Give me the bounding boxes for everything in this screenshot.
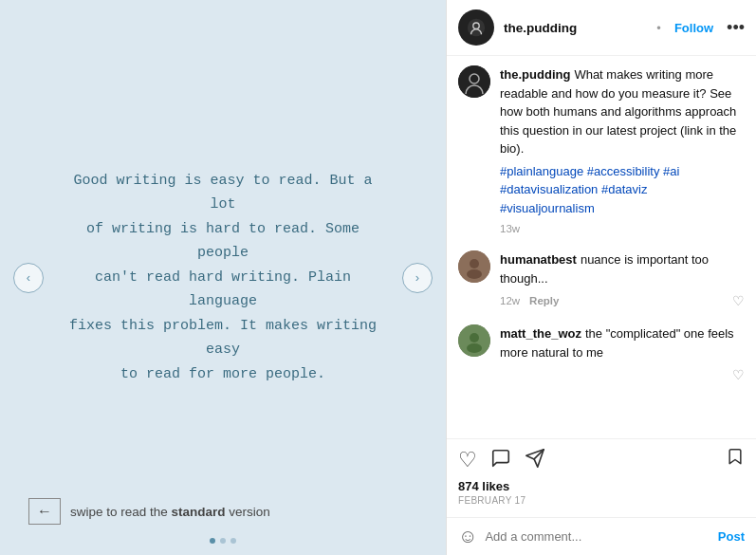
- comment1-avatar: [458, 250, 490, 283]
- instagram-header: the.pudding • Follow •••: [447, 0, 756, 56]
- follow-button[interactable]: Follow: [674, 21, 713, 35]
- swipe-text: swipe to read the standard version: [70, 505, 270, 519]
- comment2-username[interactable]: matt_the_woz: [500, 326, 581, 341]
- dot-1: [210, 538, 215, 544]
- comment1-heart-btn[interactable]: ♡: [732, 291, 745, 311]
- profile-avatar: [458, 9, 494, 46]
- main-post-body: the.puddingWhat makes writing more reada…: [500, 65, 745, 237]
- comment-input[interactable]: [485, 529, 710, 544]
- comment2-meta: ♡: [500, 365, 745, 385]
- post-time: 13w: [500, 221, 520, 237]
- svg-point-8: [470, 333, 479, 342]
- post-comment-button[interactable]: Post: [718, 529, 745, 544]
- header-username: the.pudding: [504, 21, 643, 35]
- comment1-time: 12w: [500, 293, 520, 309]
- svg-point-2: [458, 65, 490, 98]
- nav-arrow-left[interactable]: ‹: [13, 263, 44, 293]
- dots-indicator: [210, 538, 236, 544]
- left-arrow-icon: ←: [37, 503, 52, 520]
- dot-3: [230, 538, 236, 544]
- nav-arrow-right[interactable]: ›: [402, 263, 433, 293]
- comments-area[interactable]: the.puddingWhat makes writing more reada…: [447, 56, 756, 438]
- right-panel: the.pudding • Follow ••• the.puddingWhat…: [446, 0, 756, 555]
- post-date: FEBRUARY 17: [458, 495, 745, 506]
- svg-point-0: [468, 19, 485, 36]
- comment1-meta: 12w Reply ♡: [500, 291, 745, 311]
- bookmark-icon[interactable]: [726, 447, 745, 473]
- right-chevron-icon: ›: [415, 270, 419, 285]
- dot-2: [220, 538, 226, 544]
- emoji-icon[interactable]: ☺: [458, 526, 477, 547]
- post-username[interactable]: the.pudding: [500, 67, 570, 82]
- like-icon[interactable]: ♡: [458, 448, 477, 472]
- comment1-body: humanatbestnuance is important too thoug…: [500, 250, 745, 311]
- left-panel: Good writing is easy to read. But a lot …: [0, 0, 446, 555]
- left-chevron-icon: ‹: [27, 270, 30, 285]
- svg-point-5: [470, 259, 479, 268]
- swipe-hint: ← swipe to read the standard version: [28, 498, 270, 525]
- svg-point-9: [467, 343, 482, 353]
- dot-separator: •: [656, 21, 661, 35]
- actions-bar: ♡ 874 likes FEBRUARY 17: [447, 438, 756, 517]
- comment-icon[interactable]: [490, 448, 511, 473]
- comment-item-1: humanatbestnuance is important too thoug…: [458, 250, 745, 311]
- comment1-reply-btn[interactable]: Reply: [529, 293, 559, 309]
- arrow-box: ←: [28, 498, 61, 525]
- comment2-heart-btn[interactable]: ♡: [732, 365, 745, 385]
- post-hashtags: #plainlanguage #accessibility #ai #datav…: [500, 164, 679, 215]
- likes-count: 874 likes: [458, 479, 745, 493]
- svg-point-6: [467, 269, 482, 279]
- post-avatar: [458, 65, 490, 98]
- action-icons-row: ♡: [458, 447, 745, 473]
- more-options-icon[interactable]: •••: [727, 18, 745, 38]
- comment2-avatar: [458, 324, 490, 357]
- comment-item-2: matt_the_wozthe "complicated" one feels …: [458, 324, 745, 385]
- comment1-username[interactable]: humanatbest: [500, 252, 577, 267]
- main-text: Good writing is easy to read. But a lot …: [24, 150, 422, 406]
- share-icon[interactable]: [525, 448, 545, 473]
- post-meta: 13w: [500, 221, 745, 237]
- comment2-body: matt_the_wozthe "complicated" one feels …: [500, 324, 745, 385]
- add-comment-row: ☺ Post: [447, 517, 756, 555]
- main-post-comment: the.puddingWhat makes writing more reada…: [458, 65, 745, 237]
